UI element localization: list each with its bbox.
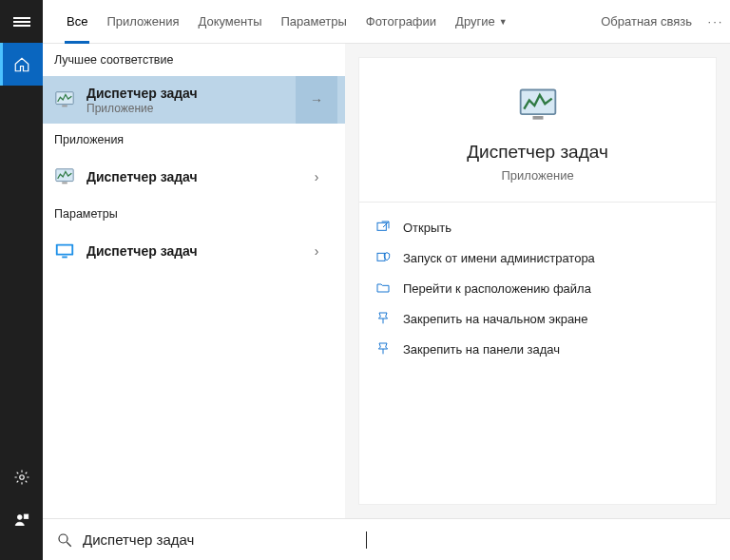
svg-rect-3 xyxy=(56,92,73,105)
chevron-down-icon: ▼ xyxy=(499,17,508,27)
open-icon xyxy=(373,220,394,235)
action-pin-start[interactable]: Закрепить на начальном экране xyxy=(373,303,702,334)
result-setting[interactable]: Диспетчер задач › xyxy=(43,230,345,272)
svg-rect-13 xyxy=(377,253,385,261)
tabs-bar: Все Приложения Документы Параметры Фотог… xyxy=(43,0,730,44)
svg-rect-10 xyxy=(520,90,555,115)
tab-settings[interactable]: Параметры xyxy=(271,0,355,44)
settings-monitor-icon xyxy=(54,241,75,261)
detail-pane: Диспетчер задач Приложение Открыть Запус… xyxy=(345,44,730,518)
task-manager-icon xyxy=(54,89,75,110)
svg-rect-8 xyxy=(58,246,72,254)
expand-button[interactable]: → xyxy=(296,76,337,124)
chevron-right-icon: → xyxy=(310,92,323,107)
action-open-location[interactable]: Перейти к расположению файла xyxy=(373,273,702,303)
search-icon xyxy=(56,531,73,549)
group-header-apps: Приложения xyxy=(43,124,345,156)
tab-label: Приложения xyxy=(106,14,179,29)
action-label: Открыть xyxy=(403,221,451,235)
tab-label: Документы xyxy=(198,14,261,29)
tab-all[interactable]: Все xyxy=(57,0,97,44)
task-manager-icon xyxy=(517,85,559,126)
pin-icon xyxy=(373,311,394,326)
expand-button[interactable]: › xyxy=(296,153,337,201)
action-label: Перейти к расположению файла xyxy=(403,281,591,296)
settings-button[interactable] xyxy=(0,455,43,498)
feedback-link[interactable]: Обратная связь xyxy=(591,14,701,29)
action-label: Запуск от имени администратора xyxy=(403,251,595,265)
tab-label: Все xyxy=(67,14,87,29)
svg-rect-9 xyxy=(62,257,67,259)
tab-other[interactable]: Другие▼ xyxy=(446,0,517,44)
tab-apps[interactable]: Приложения xyxy=(97,0,188,44)
divider xyxy=(359,202,716,203)
caret-icon xyxy=(366,531,367,549)
result-subtitle: Приложение xyxy=(86,102,296,115)
search-input[interactable] xyxy=(83,531,368,548)
main-area: Все Приложения Документы Параметры Фотог… xyxy=(43,0,730,560)
action-label: Закрепить на начальном экране xyxy=(403,312,588,326)
group-header-settings: Параметры xyxy=(43,198,345,230)
result-title: Диспетчер задач xyxy=(86,243,296,259)
left-vertical-bar xyxy=(0,0,43,560)
feedback-label: Обратная связь xyxy=(601,14,692,29)
tab-label: Фотографии xyxy=(366,14,436,29)
person-icon xyxy=(13,512,30,529)
chevron-right-icon: › xyxy=(315,169,319,184)
result-title: Диспетчер задач xyxy=(86,86,296,101)
home-icon xyxy=(13,56,30,73)
tab-label: Параметры xyxy=(280,14,346,29)
group-header-best: Лучшее соответствие xyxy=(43,44,345,76)
action-pin-taskbar[interactable]: Закрепить на панели задач xyxy=(373,334,702,364)
tab-label: Другие xyxy=(455,14,495,29)
search-bar[interactable] xyxy=(43,518,730,560)
task-manager-icon xyxy=(54,166,75,187)
more-button[interactable]: ··· xyxy=(701,14,730,29)
svg-point-14 xyxy=(59,534,67,543)
detail-title: Диспетчер задач xyxy=(467,142,608,163)
ellipsis-icon: ··· xyxy=(708,14,724,29)
svg-rect-12 xyxy=(377,222,386,230)
result-best-match[interactable]: Диспетчер задач Приложение → xyxy=(43,76,345,124)
svg-line-15 xyxy=(67,542,71,547)
svg-point-0 xyxy=(19,474,24,479)
tab-photos[interactable]: Фотографии xyxy=(356,0,446,44)
action-open[interactable]: Открыть xyxy=(373,212,702,242)
svg-rect-2 xyxy=(24,514,29,519)
gear-icon xyxy=(13,469,30,486)
detail-subtitle: Приложение xyxy=(501,168,573,183)
action-run-as-admin[interactable]: Запуск от имени администратора xyxy=(373,242,702,273)
tab-documents[interactable]: Документы xyxy=(188,0,271,44)
folder-icon xyxy=(373,280,394,296)
svg-rect-6 xyxy=(62,183,67,184)
detail-card: Диспетчер задач Приложение Открыть Запус… xyxy=(358,57,717,505)
shield-icon xyxy=(373,250,394,265)
home-button[interactable] xyxy=(0,43,43,86)
svg-rect-4 xyxy=(62,106,67,107)
svg-rect-11 xyxy=(532,116,543,120)
results-pane: Лучшее соответствие Диспетчер задач Прил… xyxy=(43,44,345,518)
result-app[interactable]: Диспетчер задач › xyxy=(43,156,345,198)
chevron-right-icon: › xyxy=(315,243,319,259)
hamburger-button[interactable] xyxy=(0,0,43,43)
pin-icon xyxy=(373,341,394,357)
svg-point-1 xyxy=(17,514,22,519)
action-label: Закрепить на панели задач xyxy=(403,342,560,357)
svg-rect-5 xyxy=(56,169,73,182)
account-button[interactable] xyxy=(0,498,43,541)
result-title: Диспетчер задач xyxy=(86,169,296,184)
expand-button[interactable]: › xyxy=(296,227,337,275)
